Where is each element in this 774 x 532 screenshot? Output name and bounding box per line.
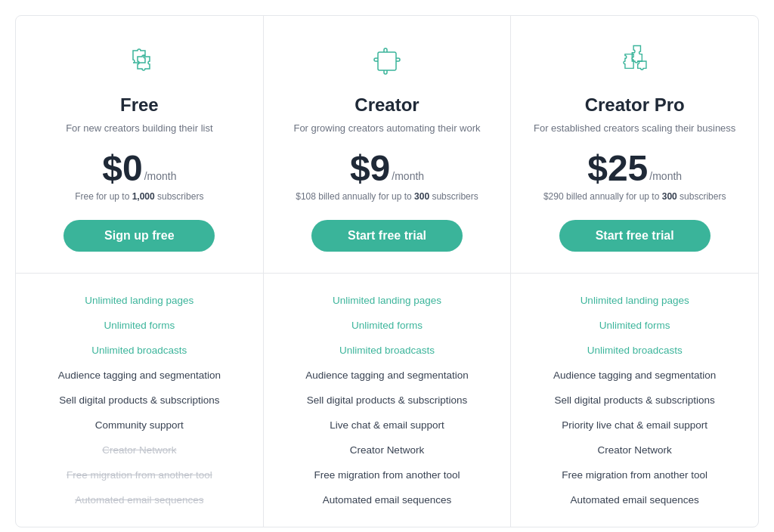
puzzle-icon-creator-pro bbox=[614, 40, 656, 82]
feature-item-creator-6: Creator Network bbox=[282, 444, 493, 456]
plan-button-free[interactable]: Sign up free bbox=[63, 220, 215, 252]
plan-column-free: FreeFor new creators building their list… bbox=[16, 16, 264, 527]
puzzle-icon-creator bbox=[366, 40, 408, 82]
feature-item-creator-5: Live chat & email support bbox=[282, 419, 493, 431]
plan-features-free: Unlimited landing pagesUnlimited formsUn… bbox=[16, 274, 263, 527]
plan-header-creator-pro: Creator ProFor established creators scal… bbox=[511, 16, 758, 274]
plan-button-creator[interactable]: Start free trial bbox=[311, 220, 463, 252]
feature-item-creator-pro-1: Unlimited forms bbox=[529, 320, 740, 331]
feature-item-creator-pro-6: Creator Network bbox=[529, 444, 740, 456]
feature-item-creator-pro-8: Automated email sequences bbox=[529, 494, 740, 506]
feature-item-free-7: Free migration from another tool bbox=[34, 469, 245, 481]
plan-features-creator-pro: Unlimited landing pagesUnlimited formsUn… bbox=[511, 274, 758, 527]
feature-item-creator-1: Unlimited forms bbox=[282, 320, 493, 331]
plan-price-row-creator-pro: $25/month bbox=[587, 150, 682, 187]
plan-billing-free: Free for up to 1,000 subscribers bbox=[75, 191, 203, 205]
plan-price-creator: $9 bbox=[350, 150, 390, 187]
plan-name-free: Free bbox=[120, 94, 159, 116]
feature-item-free-3: Audience tagging and segmentation bbox=[34, 370, 245, 381]
plan-period-free: /month bbox=[144, 170, 177, 182]
feature-item-creator-pro-3: Audience tagging and segmentation bbox=[529, 370, 740, 381]
feature-item-creator-8: Automated email sequences bbox=[282, 494, 493, 506]
feature-item-free-2: Unlimited broadcasts bbox=[34, 345, 245, 356]
svg-rect-0 bbox=[378, 52, 396, 70]
feature-item-free-6: Creator Network bbox=[34, 444, 245, 456]
feature-item-free-0: Unlimited landing pages bbox=[34, 295, 245, 306]
plan-features-creator: Unlimited landing pagesUnlimited formsUn… bbox=[264, 274, 511, 527]
plan-header-free: FreeFor new creators building their list… bbox=[16, 16, 263, 274]
plan-button-creator-pro[interactable]: Start free trial bbox=[559, 220, 711, 252]
plan-description-creator: For growing creators automating their wo… bbox=[293, 122, 480, 135]
feature-item-creator-pro-4: Sell digital products & subscriptions bbox=[529, 394, 740, 406]
feature-item-creator-pro-7: Free migration from another tool bbox=[529, 469, 740, 481]
plan-period-creator: /month bbox=[392, 170, 424, 182]
plan-price-creator-pro: $25 bbox=[587, 150, 648, 187]
plan-name-creator: Creator bbox=[354, 94, 419, 116]
plan-description-free: For new creators building their list bbox=[66, 122, 212, 135]
plan-name-creator-pro: Creator Pro bbox=[585, 94, 685, 116]
feature-item-creator-pro-5: Priority live chat & email support bbox=[529, 419, 740, 431]
plan-price-free: $0 bbox=[102, 150, 142, 187]
feature-item-free-1: Unlimited forms bbox=[34, 320, 245, 331]
plan-column-creator-pro: Creator ProFor established creators scal… bbox=[511, 16, 758, 527]
plan-billing-creator-pro: $290 billed annually for up to 300 subsc… bbox=[543, 191, 726, 205]
puzzle-icon-free bbox=[118, 40, 160, 82]
feature-item-creator-3: Audience tagging and segmentation bbox=[282, 370, 493, 381]
feature-item-free-4: Sell digital products & subscriptions bbox=[34, 394, 245, 406]
plan-price-row-free: $0/month bbox=[102, 150, 176, 187]
feature-item-creator-4: Sell digital products & subscriptions bbox=[282, 394, 493, 406]
plan-price-row-creator: $9/month bbox=[350, 150, 424, 187]
feature-item-creator-0: Unlimited landing pages bbox=[282, 295, 493, 306]
plan-column-creator: CreatorFor growing creators automating t… bbox=[264, 16, 512, 527]
feature-item-creator-7: Free migration from another tool bbox=[282, 469, 493, 481]
pricing-table: FreeFor new creators building their list… bbox=[15, 15, 759, 527]
feature-item-creator-pro-0: Unlimited landing pages bbox=[529, 295, 740, 306]
plan-description-creator-pro: For established creators scaling their b… bbox=[534, 122, 735, 135]
feature-item-free-8: Automated email sequences bbox=[34, 494, 245, 506]
plan-billing-creator: $108 billed annually for up to 300 subsc… bbox=[296, 191, 478, 205]
feature-item-creator-2: Unlimited broadcasts bbox=[282, 345, 493, 356]
plan-period-creator-pro: /month bbox=[649, 170, 682, 182]
feature-item-free-5: Community support bbox=[34, 419, 245, 431]
feature-item-creator-pro-2: Unlimited broadcasts bbox=[529, 345, 740, 356]
plan-header-creator: CreatorFor growing creators automating t… bbox=[264, 16, 511, 274]
